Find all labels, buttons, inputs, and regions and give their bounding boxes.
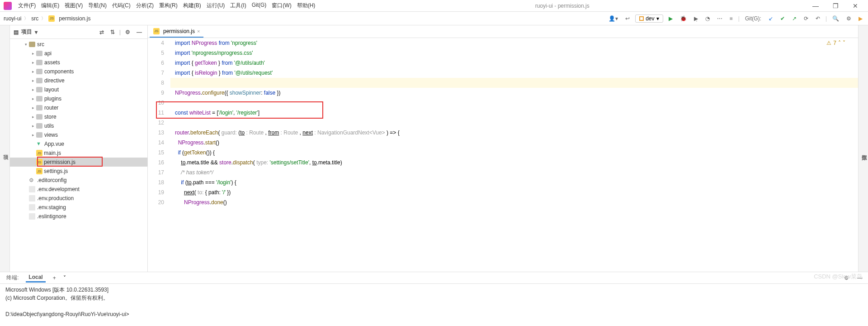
- code-line[interactable]: to.meta.title && store.dispatch( type: '…: [170, 158, 858, 168]
- menu-item[interactable]: 帮助(H): [294, 1, 318, 10]
- minimize-button[interactable]: —: [807, 2, 825, 10]
- tree-item[interactable]: JSmain.js: [10, 149, 147, 158]
- code-line[interactable]: import 'nprogress/nprogress.css': [170, 48, 858, 58]
- code-line[interactable]: import NProgress from 'nprogress': [170, 38, 858, 48]
- chevron-down-icon[interactable]: ˅: [63, 275, 66, 281]
- menu-item[interactable]: 导航(N): [85, 1, 109, 10]
- menu-item[interactable]: 构建(B): [180, 1, 204, 10]
- tree-item[interactable]: ▸plugins: [10, 94, 147, 103]
- menu-item[interactable]: 运行(U): [204, 1, 228, 10]
- terminal-settings-icon[interactable]: ⚙: [842, 274, 851, 282]
- code-line[interactable]: NProgress.done(): [170, 197, 858, 207]
- git-commit-icon[interactable]: ✔: [778, 14, 787, 23]
- menu-item[interactable]: 重构(R): [156, 1, 180, 10]
- code-line[interactable]: next( to: { path: '/' }): [170, 187, 858, 197]
- tree-item[interactable]: .env.development: [10, 185, 147, 194]
- tree-item[interactable]: ▸views: [10, 130, 147, 139]
- code-editor[interactable]: 4567891011121314151617181920 import NPro…: [148, 38, 858, 272]
- terminal-line: Microsoft Windows [版本 10.0.22631.3593]: [5, 286, 863, 294]
- project-tool-window: ▤ 项目 ▾ ⇄ ⇅ | ⚙ — ▾src▸api▸assets▸compone…: [10, 25, 148, 272]
- code-line[interactable]: import { isRelogin } from '@/utils/reque…: [170, 68, 858, 78]
- tree-item[interactable]: ▸layout: [10, 85, 147, 94]
- right-tool-strip[interactable]: 数据库: [858, 25, 868, 272]
- tree-item[interactable]: JSpermission.js: [10, 158, 147, 167]
- menu-item[interactable]: 文件(F): [15, 1, 38, 10]
- tree-item[interactable]: ▸components: [10, 67, 147, 76]
- menu-item[interactable]: 编辑(E): [38, 1, 62, 10]
- menu-item[interactable]: 工具(I): [227, 1, 249, 10]
- tree-item[interactable]: .eslintignore: [10, 212, 147, 221]
- select-opened-icon[interactable]: ⇄: [98, 28, 106, 36]
- tree-item[interactable]: JSsettings.js: [10, 167, 147, 176]
- tree-item[interactable]: ▸assets: [10, 58, 147, 67]
- code-line[interactable]: NProgress.configure({ showSpinner: false…: [170, 88, 858, 98]
- chevron-up-icon[interactable]: ˄: [838, 40, 841, 46]
- project-title: 项目: [21, 28, 32, 36]
- git-history-icon[interactable]: ⟳: [802, 14, 810, 23]
- menu-item[interactable]: 代码(C): [109, 1, 133, 10]
- settings-icon[interactable]: ⚙: [123, 28, 132, 36]
- project-tree[interactable]: ▾src▸api▸assets▸components▸directive▸lay…: [10, 39, 147, 272]
- back-arrow-icon[interactable]: ↩: [623, 14, 632, 23]
- git-update-icon[interactable]: ↙: [767, 14, 775, 23]
- code-line[interactable]: if (getToken()) {: [170, 148, 858, 158]
- menu-item[interactable]: 视图(V): [62, 1, 85, 10]
- inspection-widget[interactable]: ⚠ 7 ˄ ˅: [826, 40, 845, 46]
- terminal-output[interactable]: Microsoft Windows [版本 10.0.22631.3593](c…: [0, 284, 868, 326]
- code-line[interactable]: import { getToken } from '@/utils/auth': [170, 58, 858, 68]
- toolbox-icon[interactable]: ▶: [857, 14, 864, 23]
- expand-all-icon[interactable]: ⇅: [108, 28, 117, 36]
- code-line[interactable]: [170, 78, 858, 88]
- tree-item[interactable]: .env.production: [10, 194, 147, 203]
- tree-item-label: views: [44, 132, 58, 138]
- tab-permission-js[interactable]: JS permission.js ×: [150, 25, 203, 38]
- tree-item[interactable]: ▸router: [10, 103, 147, 112]
- chevron-down-icon[interactable]: ˅: [843, 40, 845, 46]
- profile-button[interactable]: ◔: [703, 14, 712, 23]
- close-tab-icon[interactable]: ×: [197, 29, 200, 34]
- maximize-button[interactable]: ❐: [826, 2, 844, 10]
- menu-item[interactable]: 窗口(W): [269, 1, 294, 10]
- stop-button[interactable]: ■: [728, 14, 735, 23]
- run-button[interactable]: ▶: [667, 14, 675, 23]
- code-line[interactable]: const whiteList = ['/login', '/register'…: [170, 108, 858, 118]
- user-icon[interactable]: 👤▾: [607, 14, 620, 23]
- git-push-icon[interactable]: ↗: [790, 14, 798, 23]
- tree-item[interactable]: ▾src: [10, 40, 147, 49]
- tree-item[interactable]: ▸api: [10, 49, 147, 58]
- code-line[interactable]: if (to.path === '/login') {: [170, 177, 858, 187]
- code-line[interactable]: /* has token*/: [170, 168, 858, 177]
- attach-button[interactable]: ⋯: [715, 14, 724, 23]
- tree-arrow-icon: ▸: [30, 115, 36, 119]
- git-revert-icon[interactable]: ↶: [814, 14, 822, 23]
- tree-item[interactable]: ▸utils: [10, 121, 147, 130]
- coverage-button[interactable]: ▶̣: [692, 14, 700, 23]
- code-content[interactable]: import NProgress from 'nprogress'import …: [170, 38, 858, 272]
- close-button[interactable]: ✕: [846, 2, 864, 10]
- hide-icon[interactable]: —: [135, 28, 144, 36]
- hide-terminal-icon[interactable]: —: [855, 274, 864, 282]
- breadcrumb-file[interactable]: permission.js: [59, 15, 90, 22]
- tree-item[interactable]: ▸store: [10, 112, 147, 121]
- tree-item[interactable]: ▸directive: [10, 76, 147, 85]
- code-line[interactable]: [170, 98, 858, 108]
- code-line[interactable]: router.beforeEach( guard: (to : Route , …: [170, 128, 858, 138]
- tree-item[interactable]: ▼App.vue: [10, 139, 147, 149]
- breadcrumb-src[interactable]: src: [31, 15, 38, 22]
- add-terminal-button[interactable]: +: [50, 274, 59, 282]
- settings-icon[interactable]: ⚙: [844, 14, 853, 23]
- tree-item[interactable]: .env.staging: [10, 203, 147, 212]
- left-tool-strip[interactable]: 项目: [0, 25, 10, 272]
- chevron-down-icon[interactable]: ▾: [35, 29, 38, 35]
- debug-button[interactable]: 🐞: [678, 14, 689, 23]
- tree-item[interactable]: ⚙.editorconfig: [10, 176, 147, 185]
- code-line[interactable]: NProgress.start(): [170, 138, 858, 148]
- line-number: 4: [148, 38, 164, 48]
- search-icon[interactable]: 🔍: [830, 14, 841, 23]
- code-line[interactable]: [170, 118, 858, 128]
- breadcrumb-root[interactable]: ruoyi-ui: [4, 15, 21, 22]
- run-config-selector[interactable]: dev ▾: [635, 14, 663, 23]
- menu-item[interactable]: Git(G): [249, 1, 269, 10]
- terminal-tab-local[interactable]: Local: [26, 273, 45, 283]
- menu-item[interactable]: 分析(Z): [133, 1, 156, 10]
